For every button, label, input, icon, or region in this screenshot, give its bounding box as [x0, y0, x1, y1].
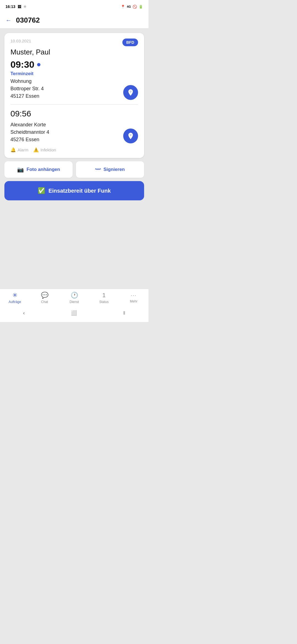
- appointment2-address-line2: 45276 Essen: [10, 137, 39, 142]
- status-bar: 16:13 🖼 ✳ 📍 4G 🚫 🔋: [0, 0, 148, 12]
- signieren-button[interactable]: 〰 Signieren: [76, 161, 144, 178]
- warning-icon: ⚠️: [33, 147, 39, 152]
- bluetooth-off-icon: ✳: [23, 5, 26, 9]
- alarm-label: Alarm: [18, 148, 28, 152]
- chat-label: Chat: [41, 300, 48, 304]
- image-icon: 🖼: [18, 5, 21, 9]
- signature-icon: 〰: [95, 167, 101, 173]
- terminzeit-label: Terminzeit: [10, 71, 138, 77]
- card-date: 10.03.2021: [10, 39, 31, 43]
- bfd-badge: BFD: [122, 39, 138, 46]
- time-indicator-dot: [37, 63, 40, 66]
- appointment1-address: Wohnung Bottroper Str. 4 45127 Essen: [10, 78, 44, 100]
- chat-icon: 💬: [41, 292, 48, 299]
- navigate-icon: [127, 89, 134, 96]
- foto-label: Foto anhängen: [27, 167, 60, 172]
- nav-item-dienst[interactable]: 🕐 Dienst: [59, 292, 89, 304]
- location-icon: 📍: [121, 5, 125, 9]
- appointment2-name: Alexander Korte: [10, 122, 46, 127]
- infektion-tag: ⚠️ Infektion: [33, 147, 56, 152]
- navigate2-icon: [127, 132, 134, 140]
- status-label: Status: [99, 300, 109, 304]
- tags-row: 🔔 Alarm ⚠️ Infektion: [10, 147, 138, 152]
- dienst-icon: 🕐: [71, 292, 78, 299]
- patient-name: Muster, Paul: [10, 48, 138, 56]
- nav-item-auftraege[interactable]: ✳ Aufträge: [0, 292, 30, 304]
- time-display: 16:13: [6, 4, 15, 9]
- sign-label: Signieren: [103, 167, 125, 172]
- appointment1-navigate-button[interactable]: [123, 85, 138, 100]
- page-title: 030762: [16, 16, 40, 24]
- camera-icon: 📷: [17, 166, 24, 173]
- appointment2-navigate-button[interactable]: [123, 129, 138, 143]
- cta-label: Einsatzbereit über Funk: [48, 188, 111, 194]
- nav-item-chat[interactable]: 💬 Chat: [30, 292, 59, 304]
- appointment1-address-line3: 45127 Essen: [10, 93, 39, 99]
- auftraege-label: Aufträge: [9, 300, 21, 304]
- appointment1-time-row: 09:30: [10, 59, 138, 70]
- action-row: 📷 Foto anhängen 〰 Signieren: [4, 161, 144, 178]
- appointment2-address: Alexander Korte Scheidtmanntor 4 45276 E…: [10, 121, 49, 143]
- alarm-tag: 🔔 Alarm: [10, 147, 28, 152]
- appointment2-address-line1: Scheidtmanntor 4: [10, 129, 49, 135]
- appointment1-address-line2: Bottroper Str. 4: [10, 86, 44, 91]
- block-icon: 🚫: [133, 5, 137, 9]
- appointment1-address-line1: Wohnung: [10, 78, 32, 84]
- top-bar: ← 030762: [0, 12, 148, 29]
- system-home-button[interactable]: ⬜: [65, 308, 82, 318]
- system-nav-bar: ‹ ⬜ ⦀: [0, 305, 148, 322]
- dienst-label: Dienst: [70, 300, 79, 304]
- status-time: 16:13 🖼 ✳: [6, 4, 26, 9]
- appointment-card: 10.03.2021 BFD Muster, Paul 09:30 Termin…: [4, 33, 144, 158]
- appointment1-address-block: Wohnung Bottroper Str. 4 45127 Essen: [10, 78, 138, 100]
- status-icons: 📍 4G 🚫 🔋: [121, 5, 143, 9]
- checkmark-badge-icon: ✅: [38, 187, 45, 194]
- appointment1-time: 09:30: [10, 59, 34, 70]
- nav-item-status[interactable]: 1 Status: [89, 292, 119, 304]
- auftraege-icon: ✳: [12, 292, 17, 299]
- 4g-icon: 4G: [127, 5, 131, 8]
- alarm-icon: 🔔: [10, 147, 16, 152]
- appointment2-time: 09:56: [10, 109, 138, 118]
- back-button[interactable]: ←: [6, 17, 12, 24]
- card-header: 10.03.2021 BFD: [10, 39, 138, 46]
- foto-anhaengen-button[interactable]: 📷 Foto anhängen: [4, 161, 73, 178]
- einsatzbereit-button[interactable]: ✅ Einsatzbereit über Funk: [4, 181, 144, 200]
- mehr-icon: ···: [131, 293, 136, 298]
- battery-icon: 🔋: [139, 5, 143, 9]
- card-divider: [10, 104, 138, 105]
- infektion-label: Infektion: [40, 148, 56, 152]
- main-content: 10.03.2021 BFD Muster, Paul 09:30 Termin…: [0, 29, 148, 289]
- status-icon: 1: [102, 292, 106, 299]
- appointment2-address-block: Alexander Korte Scheidtmanntor 4 45276 E…: [10, 121, 138, 143]
- system-back-button[interactable]: ‹: [18, 309, 30, 318]
- bottom-nav: ✳ Aufträge 💬 Chat 🕐 Dienst 1 Status ··· …: [0, 289, 148, 305]
- mehr-label: Mehr: [130, 299, 137, 303]
- system-recent-button[interactable]: ⦀: [118, 309, 131, 318]
- nav-item-mehr[interactable]: ··· Mehr: [119, 293, 148, 303]
